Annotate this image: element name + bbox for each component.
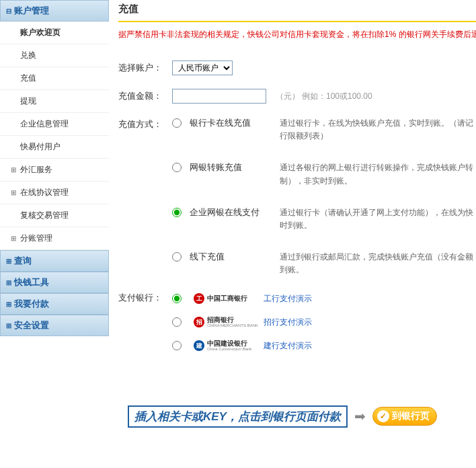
expand-icon: ⊞ [6, 322, 11, 329]
sidebar-item-easypay[interactable]: 快易付用户 [0, 136, 109, 159]
bank-icon: 工 [194, 293, 204, 304]
bank-radio-icbc[interactable] [172, 294, 182, 303]
section-query[interactable]: ⊞查询 [0, 250, 109, 272]
instruction-box: 插入相关卡或KEY，点击到银行页面付款 [128, 405, 348, 428]
check-icon: ✓ [377, 410, 389, 422]
section-security[interactable]: ⊞安全设置 [0, 315, 109, 336]
method-desc-transfer: 通过各银行的网上银行进行转账操作，完成快钱账户转制），非实时到账。 [280, 161, 476, 187]
method-radio-card[interactable] [172, 118, 182, 128]
sidebar-item-enterprise[interactable]: 企业信息管理 [0, 113, 109, 136]
bank-link-ccb[interactable]: 建行支付演示 [264, 340, 312, 352]
account-label: 选择账户： [118, 61, 172, 74]
method-desc-enterprise: 通过银行卡（请确认开通了网上支付功能），在线为快时到账。 [280, 206, 476, 232]
bank-link-icbc[interactable]: 工行支付演示 [264, 293, 312, 305]
main-content: 充值 据严禁信用卡非法套现的相关规定，快钱公司对信用卡套现资金，将在扣除1% 的… [109, 0, 476, 428]
expand-icon: ⊞ [11, 189, 16, 196]
method-label-transfer: 网银转账充值 [190, 161, 242, 173]
bank-logo-ccb: 建 中国建设银行China Construction Bank [194, 340, 261, 351]
bank-radio-ccb[interactable] [172, 341, 182, 350]
amount-label: 充值金额： [118, 89, 172, 102]
bank-link-cmb[interactable]: 招行支付演示 [264, 317, 312, 328]
method-label-offline: 线下充值 [190, 251, 225, 263]
expand-icon: ⊞ [11, 166, 16, 173]
bank-radio-cmb[interactable] [172, 317, 182, 327]
expand-icon: ⊞ [6, 258, 11, 265]
bank-logo-cmb: 招 招商银行CHINA MERCHANTS BANK [194, 317, 261, 327]
amount-hint: （元） 例如：100或100.00 [276, 91, 372, 101]
expand-icon: ⊞ [6, 279, 11, 286]
method-desc-offline: 通过到银行或邮局汇款，完成快钱账户充值（没有金额到账。 [280, 251, 476, 276]
sidebar-item-split[interactable]: ⊞分账管理 [0, 227, 109, 250]
method-radio-offline[interactable] [172, 252, 182, 262]
page-title: 充值 [118, 0, 476, 22]
arrow-right-icon: ➡ [354, 408, 366, 424]
sidebar-item-exchange[interactable]: 兑换 [0, 44, 109, 67]
expand-icon: ⊞ [6, 301, 11, 308]
method-label-card: 银行卡在线充值 [190, 117, 251, 129]
warning-text: 据严禁信用卡非法套现的相关规定，快钱公司对信用卡套现资金，将在扣除1% 的银行网… [118, 22, 476, 54]
section-tools[interactable]: ⊞快钱工具 [0, 272, 109, 293]
section-pay[interactable]: ⊞我要付款 [0, 293, 109, 315]
method-desc-card: 通过银行卡，在线为快钱账户充值，实时到账。（请记行限额列表） [280, 117, 476, 143]
sidebar-item-forex[interactable]: ⊞外汇服务 [0, 159, 109, 182]
sidebar-item-protocol[interactable]: ⊞在线协议管理 [0, 182, 109, 204]
goto-bank-label: 到银行页 [392, 410, 430, 422]
section-label: 账户管理 [14, 5, 49, 17]
expand-icon: ⊞ [11, 235, 16, 242]
method-label: 充值方式： [118, 117, 172, 130]
bank-logo-icbc: 工 中国工商银行 [194, 293, 261, 304]
sidebar: ⊟ 账户管理 账户欢迎页 兑换 充值 提现 企业信息管理 快易付用户 ⊞外汇服务… [0, 0, 109, 428]
sidebar-item-withdraw[interactable]: 提现 [0, 90, 109, 113]
goto-bank-button[interactable]: ✓ 到银行页 [372, 407, 437, 426]
bank-icon: 建 [194, 340, 204, 351]
bank-icon: 招 [194, 317, 204, 327]
account-select[interactable]: 人民币账户 [172, 61, 233, 75]
amount-input[interactable] [172, 89, 266, 104]
sidebar-item-review[interactable]: 复核交易管理 [0, 204, 109, 227]
method-label-enterprise: 企业网银在线支付 [190, 206, 260, 219]
collapse-icon: ⊟ [6, 7, 11, 15]
submenu-account: 账户欢迎页 兑换 充值 提现 企业信息管理 快易付用户 ⊞外汇服务 ⊞在线协议管… [0, 22, 109, 250]
bank-label: 支付银行： [118, 290, 172, 304]
method-radio-enterprise[interactable] [172, 208, 182, 217]
sidebar-item-welcome[interactable]: 账户欢迎页 [0, 22, 109, 44]
section-account-mgmt[interactable]: ⊟ 账户管理 [0, 0, 109, 22]
sidebar-item-recharge[interactable]: 充值 [0, 67, 109, 90]
method-radio-transfer[interactable] [172, 163, 182, 172]
